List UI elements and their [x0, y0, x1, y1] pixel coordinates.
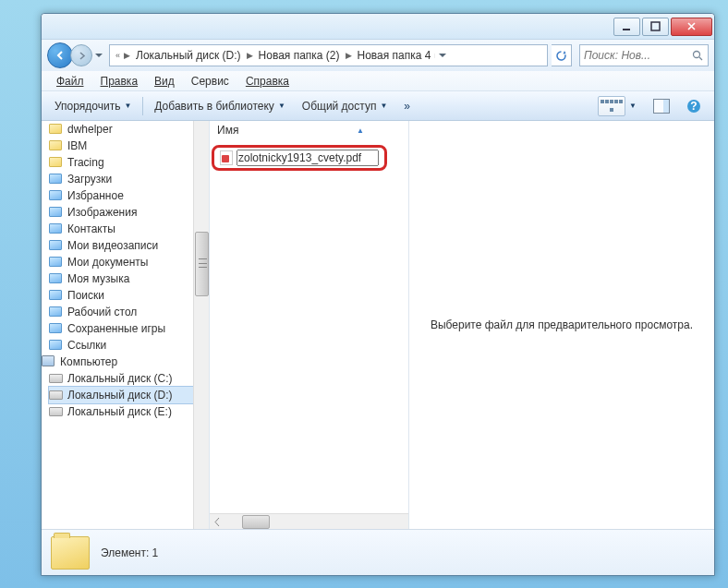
help-button[interactable]: ? [679, 95, 709, 117]
computer-icon [42, 354, 56, 369]
tree-item[interactable]: Моя музыка [49, 270, 209, 287]
tree-item[interactable]: Поиски [49, 287, 209, 304]
svg-text:?: ? [690, 100, 697, 113]
share-button[interactable]: Общий доступ▼ [295, 96, 395, 116]
tree-item[interactable]: Избранное [49, 187, 209, 204]
tree-item[interactable]: Загрузки [49, 171, 209, 187]
tree-item-label: IBM [67, 139, 87, 152]
status-bar: Элемент: 1 [42, 529, 714, 575]
search-input[interactable] [584, 49, 692, 62]
titlebar [42, 14, 714, 40]
tree-item[interactable]: Мои документы [49, 254, 209, 270]
preview-hint: Выберите файл для предварительного просм… [431, 318, 693, 331]
special-folder-icon [49, 288, 64, 303]
view-options-button[interactable]: ▼ [590, 92, 644, 120]
item-count: Элемент: 1 [101, 546, 158, 559]
separator [142, 97, 143, 115]
add-to-library-button[interactable]: Добавить в библиотеку▼ [147, 96, 292, 116]
back-button[interactable] [47, 42, 73, 68]
special-folder-icon [49, 321, 64, 336]
menu-tools[interactable]: Сервис [184, 73, 237, 90]
tree-item-label: Избранное [67, 189, 124, 202]
breadcrumb[interactable]: « ▶ Локальный диск (D:) ▶ Новая папка (2… [109, 44, 548, 66]
tree-scrollbar[interactable] [193, 121, 209, 529]
tree-item-label: Локальный диск (C:) [67, 372, 173, 385]
special-folder-icon [49, 205, 64, 220]
chevron-right-icon: ▶ [122, 51, 132, 60]
filename-rename-input[interactable] [237, 150, 379, 166]
tree-item[interactable]: Мои видеозаписи [49, 237, 209, 254]
special-folder-icon [49, 222, 64, 236]
breadcrumb-item[interactable]: Новая папка 4 [354, 47, 435, 64]
drive-icon [49, 371, 64, 386]
tree-item[interactable]: Изображения [49, 204, 209, 221]
tree-item[interactable]: Tracing [49, 154, 209, 171]
toolbar-overflow[interactable]: » [396, 96, 418, 116]
tree-item[interactable]: Контакты [49, 221, 209, 237]
tree-item-label: dwhelper [67, 123, 113, 136]
horizontal-scrollbar[interactable] [210, 513, 408, 529]
tree-item-label: Ссылки [67, 339, 106, 352]
tree-item-label: Сохраненные игры [67, 322, 165, 335]
column-header-name[interactable]: Имя▲ [217, 121, 401, 139]
view-icon [598, 96, 625, 116]
folder-icon [49, 155, 64, 170]
folder-icon [49, 138, 64, 153]
special-folder-icon [49, 338, 64, 353]
path-dropdown[interactable] [434, 54, 449, 58]
breadcrumb-overflow[interactable]: « [114, 51, 122, 60]
tree-item-label: Компьютер [60, 355, 117, 368]
special-folder-icon [49, 305, 64, 319]
forward-button[interactable] [70, 44, 92, 66]
nav-history-dropdown[interactable] [92, 47, 105, 64]
menu-view[interactable]: Вид [147, 73, 182, 90]
toolbar: Упорядочить▼ Добавить в библиотеку▼ Общи… [42, 91, 714, 121]
tree-item-label: Локальный диск (D:) [67, 389, 173, 402]
menu-help[interactable]: Справка [238, 73, 297, 90]
drive-icon [49, 388, 64, 402]
tree-item-label: Контакты [67, 222, 115, 235]
special-folder-icon [49, 238, 64, 253]
svg-point-2 [694, 51, 700, 57]
breadcrumb-item[interactable]: Локальный диск (D:) [132, 47, 245, 64]
tree-item[interactable]: Локальный диск (C:) [49, 370, 209, 387]
tree-item-label: Tracing [67, 156, 104, 169]
preview-pane-icon [653, 99, 670, 114]
special-folder-icon [49, 172, 64, 186]
address-bar: « ▶ Локальный диск (D:) ▶ Новая папка (2… [42, 40, 714, 71]
tree-item[interactable]: IBM [49, 138, 209, 154]
breadcrumb-item[interactable]: Новая папка (2) [255, 47, 344, 64]
search-box[interactable] [579, 44, 709, 66]
help-icon: ? [686, 99, 701, 114]
tree-item[interactable]: dwhelper [49, 121, 209, 138]
refresh-button[interactable] [552, 44, 572, 66]
tree-item[interactable]: Локальный диск (E:) [49, 403, 209, 420]
tree-item[interactable]: Компьютер [42, 354, 209, 370]
preview-pane-button[interactable] [646, 95, 677, 117]
folder-icon [51, 536, 90, 570]
menu-edit[interactable]: Правка [93, 73, 146, 90]
scroll-left-icon[interactable] [210, 514, 225, 530]
tree-item[interactable]: Рабочий стол [49, 304, 209, 320]
tree-item[interactable]: Ссылки [49, 337, 209, 354]
tree-item[interactable]: Сохраненные игры [49, 320, 209, 337]
minimize-button[interactable] [613, 18, 640, 36]
pdf-icon [220, 150, 233, 165]
scrollbar-thumb[interactable] [195, 232, 209, 296]
scrollbar-thumb[interactable] [242, 515, 270, 529]
tree-item[interactable]: Локальный диск (D:) [49, 387, 209, 403]
organize-button[interactable]: Упорядочить▼ [47, 96, 139, 116]
menu-file[interactable]: Файл [49, 73, 91, 90]
file-row[interactable] [212, 145, 387, 171]
file-list: Имя▲ [210, 121, 409, 529]
svg-rect-0 [623, 29, 630, 30]
nav-tree: dwhelperIBMTracingЗагрузкиИзбранноеИзобр… [42, 121, 210, 529]
chevron-right-icon: ▶ [344, 51, 354, 60]
tree-item-label: Мои видеозаписи [67, 239, 158, 252]
close-button[interactable] [671, 18, 712, 36]
maximize-button[interactable] [642, 18, 669, 36]
tree-item-label: Рабочий стол [67, 306, 137, 318]
sort-arrow-icon: ▲ [357, 126, 364, 135]
svg-rect-1 [651, 22, 660, 30]
menubar: Файл Правка Вид Сервис Справка [42, 71, 714, 91]
